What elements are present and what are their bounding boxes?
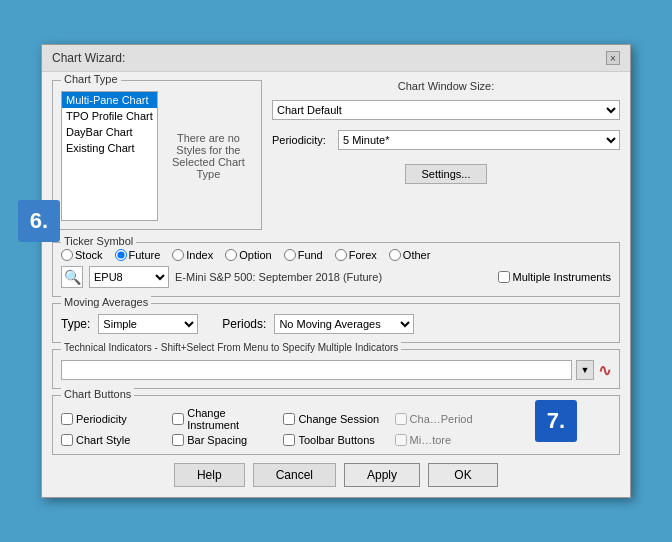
ok-button[interactable]: OK (428, 463, 498, 487)
ticker-symbol-group: Ticker Symbol Stock Future Index Option (52, 242, 620, 297)
radio-fund-input[interactable] (284, 249, 296, 261)
cb-toolbar-buttons-input[interactable] (283, 434, 295, 446)
chart-type-group: Chart Type Multi-Pane Chart TPO Profile … (52, 80, 262, 230)
cb-periodicity-input[interactable] (61, 413, 73, 425)
ma-periods-label: Periods: (222, 317, 266, 331)
technical-indicators-group: Technical Indicators - Shift+Select From… (52, 349, 620, 389)
radio-fund: Fund (284, 249, 323, 261)
window-size-select[interactable]: Chart Default (272, 100, 620, 120)
window-size-label: Chart Window Size: (272, 80, 620, 92)
cb-change-session: Change Session (283, 407, 388, 431)
top-row: Chart Type Multi-Pane Chart TPO Profile … (52, 80, 620, 236)
list-item[interactable]: Multi-Pane Chart (62, 92, 157, 108)
technical-indicators-input[interactable] (61, 360, 572, 380)
radio-index: Index (172, 249, 213, 261)
radio-stock: Stock (61, 249, 103, 261)
step-badge-7: 7. (535, 400, 577, 442)
radio-option-input[interactable] (225, 249, 237, 261)
cb-chart-style: Chart Style (61, 434, 166, 446)
radio-other: Other (389, 249, 431, 261)
dialog-title: Chart Wizard: (52, 51, 125, 65)
settings-button[interactable]: Settings... (405, 164, 488, 184)
multiple-instruments-checkbox-item: Multiple Instruments (498, 271, 611, 283)
list-item[interactable]: TPO Profile Chart (62, 108, 157, 124)
step-badge-6: 6. (18, 200, 60, 242)
radio-forex-input[interactable] (335, 249, 347, 261)
chart-type-inner: Multi-Pane Chart TPO Profile Chart DayBa… (61, 91, 253, 221)
cb-change-session-input[interactable] (283, 413, 295, 425)
cb-mini-store-input[interactable] (395, 434, 407, 446)
periodicity-label: Periodicity: (272, 134, 332, 146)
window-size-row: Chart Default (272, 100, 620, 120)
ticker-select[interactable]: EPU8 (89, 266, 169, 288)
cb-bar-spacing-input[interactable] (172, 434, 184, 446)
radio-index-input[interactable] (172, 249, 184, 261)
multiple-instruments-checkbox[interactable] (498, 271, 510, 283)
title-bar: Chart Wizard: × (42, 45, 630, 72)
ticker-description: E-Mini S&P 500: September 2018 (Future) (175, 271, 492, 283)
cb-periodicity: Periodicity (61, 407, 166, 431)
cb-toolbar-buttons: Toolbar Buttons (283, 434, 388, 446)
help-button[interactable]: Help (174, 463, 245, 487)
radio-future: Future (115, 249, 161, 261)
cb-change-period: Cha…Period (395, 407, 475, 431)
technical-indicators-dropdown[interactable]: ▼ (576, 360, 594, 380)
ticker-search-icon[interactable]: 🔍 (61, 266, 83, 288)
ticker-row: 🔍 EPU8 E-Mini S&P 500: September 2018 (F… (61, 266, 611, 288)
cancel-button[interactable]: Cancel (253, 463, 336, 487)
radio-other-input[interactable] (389, 249, 401, 261)
apply-button[interactable]: Apply (344, 463, 420, 487)
radio-forex: Forex (335, 249, 377, 261)
multiple-instruments-label: Multiple Instruments (513, 271, 611, 283)
periodicity-row: Periodicity: 5 Minute* (272, 130, 620, 150)
ma-type-select[interactable]: Simple (98, 314, 198, 334)
radio-stock-input[interactable] (61, 249, 73, 261)
periodicity-select[interactable]: 5 Minute* (338, 130, 620, 150)
cb-mini-store: Mi…tore (395, 434, 475, 446)
ticker-radio-row: Stock Future Index Option Fund (61, 249, 611, 261)
cb-chart-style-input[interactable] (61, 434, 73, 446)
ma-row: Type: Simple Periods: No Moving Averages (61, 314, 611, 334)
moving-averages-group: Moving Averages Type: Simple Periods: No… (52, 303, 620, 343)
list-item[interactable]: Existing Chart (62, 140, 157, 156)
technical-indicators-inner: ▼ ∿ (61, 360, 611, 380)
close-button[interactable]: × (606, 51, 620, 65)
ticker-symbol-label: Ticker Symbol (61, 235, 136, 247)
radio-future-input[interactable] (115, 249, 127, 261)
chart-type-label: Chart Type (61, 73, 121, 85)
chart-buttons-grid: Periodicity Change Instrument Change Ses… (61, 407, 611, 446)
chart-type-list[interactable]: Multi-Pane Chart TPO Profile Chart DayBa… (61, 91, 158, 221)
chart-buttons-label: Chart Buttons (61, 388, 134, 400)
right-panel: Chart Window Size: Chart Default Periodi… (272, 80, 620, 236)
technical-indicators-label: Technical Indicators - Shift+Select From… (61, 342, 401, 353)
cb-change-period-input[interactable] (395, 413, 407, 425)
ma-type-label: Type: (61, 317, 90, 331)
list-item[interactable]: DayBar Chart (62, 124, 157, 140)
moving-averages-label: Moving Averages (61, 296, 151, 308)
cb-change-instrument: Change Instrument (172, 407, 277, 431)
radio-option: Option (225, 249, 271, 261)
ma-periods-select[interactable]: No Moving Averages (274, 314, 414, 334)
cb-bar-spacing: Bar Spacing (172, 434, 277, 446)
technical-indicators-icon: ∿ (598, 361, 611, 380)
bottom-buttons: Help Cancel Apply OK (52, 463, 620, 487)
cb-change-instrument-input[interactable] (172, 413, 184, 425)
no-styles-text: There are no Styles for the Selected Cha… (164, 91, 253, 221)
